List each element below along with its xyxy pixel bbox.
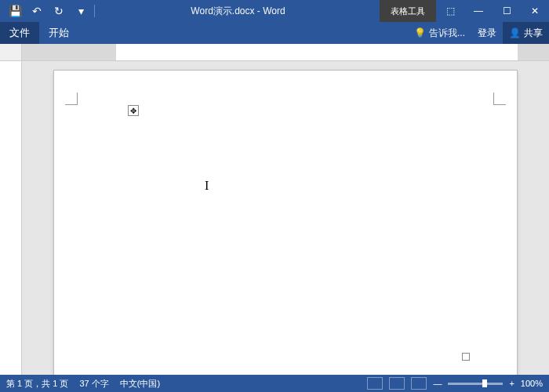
tab-开始[interactable]: 开始	[39, 22, 78, 44]
zoom-in-button[interactable]: +	[509, 379, 514, 388]
table-move-handle[interactable]: ✥	[128, 105, 139, 116]
zoom-slider[interactable]	[448, 383, 503, 385]
save-button[interactable]: 💾	[5, 2, 25, 20]
document-page[interactable]: ✥ I	[54, 71, 517, 375]
contextual-tab-label: 表格工具	[380, 0, 436, 22]
close-button[interactable]: ✕	[521, 0, 549, 22]
status-word-count[interactable]: 37 个字	[79, 378, 108, 390]
statusbar: 第 1 页，共 1 页 37 个字 中文(中国) ― + 100%	[0, 375, 549, 392]
margin-marker-tl	[65, 93, 78, 105]
separator	[94, 5, 95, 17]
status-language[interactable]: 中文(中国)	[120, 378, 160, 390]
ruler-corner	[0, 44, 22, 60]
document-title: Word演示.docx - Word	[96, 5, 380, 18]
qat-customize-button[interactable]: ▾	[71, 2, 91, 20]
zoom-thumb[interactable]	[482, 379, 487, 387]
quick-access-toolbar: 💾 ↶ ↻ ▾	[0, 2, 96, 20]
ruler-horizontal[interactable]	[0, 44, 549, 61]
document-area: ✥ I	[0, 61, 549, 375]
view-read-mode[interactable]	[367, 377, 383, 390]
tab-file[interactable]: 文件	[0, 22, 39, 44]
ribbon-options-button[interactable]: ⬚	[436, 0, 464, 22]
window-buttons: ⬚ ― ☐ ✕	[436, 0, 549, 22]
margin-marker-tr	[493, 93, 506, 105]
page-scroll-area[interactable]: ✥ I	[22, 61, 549, 375]
ruler-margin-left	[22, 44, 116, 60]
view-web-layout[interactable]	[411, 377, 427, 390]
share-button[interactable]: 👤 共享	[503, 22, 549, 44]
minimize-button[interactable]: ―	[464, 0, 493, 22]
status-page-info[interactable]: 第 1 页，共 1 页	[6, 378, 68, 390]
ruler-vertical[interactable]	[0, 61, 22, 375]
zoom-out-button[interactable]: ―	[433, 379, 442, 388]
undo-button[interactable]: ↶	[27, 2, 47, 20]
tell-me-search[interactable]: 💡 告诉我...	[408, 22, 471, 44]
zoom-level[interactable]: 100%	[521, 379, 543, 388]
text-cursor: I	[205, 179, 209, 193]
table-resize-handle[interactable]	[462, 353, 470, 361]
titlebar: 💾 ↶ ↻ ▾ Word演示.docx - Word 表格工具 ⬚ ― ☐ ✕	[0, 0, 549, 22]
view-print-layout[interactable]	[389, 377, 405, 390]
ruler-margin-right	[518, 44, 549, 60]
signin-button[interactable]: 登录	[471, 22, 503, 44]
ribbon-tabs: 文件 开始 💡 告诉我... 登录 👤 共享	[0, 22, 549, 44]
maximize-button[interactable]: ☐	[493, 0, 521, 22]
redo-button[interactable]: ↻	[49, 2, 69, 20]
